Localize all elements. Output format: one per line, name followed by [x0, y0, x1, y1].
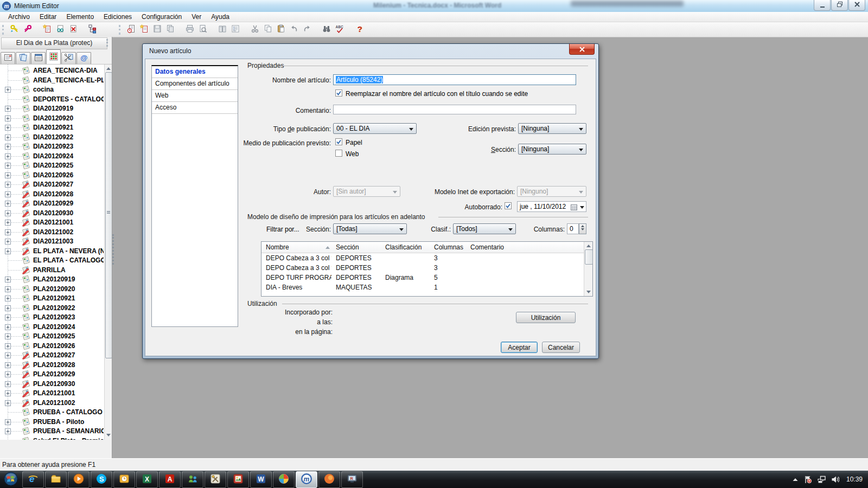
calendar-icon[interactable] — [571, 204, 577, 212]
tree-expand-icon[interactable] — [5, 305, 11, 313]
tree-expand-icon[interactable] — [5, 182, 11, 189]
tree-expand-icon[interactable] — [5, 314, 11, 322]
table-scroll-thumb[interactable] — [585, 249, 593, 265]
pages-stack-tab-tab[interactable] — [16, 52, 30, 64]
dialog-nav-datos-generales[interactable]: Datos generales — [152, 66, 238, 78]
taskbar-button-remote-desktop[interactable]: R — [341, 471, 363, 488]
menu-item-archivo[interactable]: Archivo — [3, 12, 35, 22]
tree-expand-icon[interactable] — [5, 286, 11, 294]
tree-vertical-scrollbar[interactable] — [104, 65, 112, 440]
tree-expand-icon[interactable] — [5, 333, 11, 341]
table-header-row[interactable]: NombreSecciónClasificaciónColumnasComent… — [261, 242, 584, 253]
doc-glasses-button[interactable] — [54, 23, 67, 36]
docs-copy-button[interactable] — [164, 23, 177, 36]
seccion-select[interactable]: [Ninguna] — [518, 144, 586, 155]
columnas-input[interactable]: 0 — [567, 223, 579, 234]
menu-item-configuraci-n[interactable]: Configuración — [137, 12, 187, 22]
chevron-down-icon[interactable] — [580, 206, 584, 209]
tree-expand-icon[interactable] — [5, 134, 11, 142]
copy-button[interactable] — [261, 23, 275, 36]
autoborrado-date-input[interactable]: jue , 11/10/2012 — [517, 201, 586, 212]
dialog-nav-web[interactable]: Web — [152, 90, 238, 102]
tree-expand-icon[interactable] — [5, 220, 11, 227]
doc-properties-button[interactable] — [125, 23, 138, 36]
panel-grip-icon[interactable] — [106, 39, 110, 47]
tree-item-dia20120926[interactable]: DIA20120926 — [0, 170, 112, 180]
taskbar-button-media-player[interactable] — [68, 471, 90, 488]
tree-item-dia20120928[interactable]: DIA20120928 — [0, 189, 112, 199]
tree-item-dia20120924[interactable]: DIA20120924 — [0, 151, 112, 161]
menu-item-editar[interactable]: Editar — [35, 12, 61, 22]
tree-expand-icon[interactable] — [5, 390, 11, 398]
tree-expand-icon[interactable] — [5, 362, 11, 370]
tree-item-pla20120929[interactable]: PLA20120929 — [0, 369, 112, 379]
list-view-button[interactable] — [229, 23, 242, 36]
tree-item-pla20120922[interactable]: PLA20120922 — [0, 303, 112, 313]
tree-item-dia20121001[interactable]: DIA20121001 — [0, 217, 112, 227]
tree-item-dia20120921[interactable]: DIA20120921 — [0, 123, 112, 132]
tree-item-pla20120927[interactable]: PLA20120927 — [0, 350, 112, 360]
menu-item-ayuda[interactable]: Ayuda — [206, 12, 234, 22]
menu-item-ediciones[interactable]: Ediciones — [99, 12, 137, 22]
tree-expand-icon[interactable] — [5, 428, 11, 436]
tree-item-el-plata-catalogo[interactable]: EL PLATA - CATALOGO — [0, 255, 112, 265]
tree-item-pla20120923[interactable]: PLA20120923 — [0, 312, 112, 322]
tree-item-dia20120927[interactable]: DIA20120927 — [0, 179, 112, 189]
tree-item-deportes-catalogo[interactable]: DEPORTES - CATALOGO — [0, 94, 112, 104]
spin-down-icon[interactable] — [581, 228, 584, 230]
scroll-down-icon[interactable] — [106, 434, 111, 436]
grid-tab-tab[interactable] — [46, 49, 61, 64]
table-list-tab-tab[interactable] — [31, 52, 46, 64]
taskbar-button-image-editor[interactable] — [227, 471, 249, 488]
table-header-columnas[interactable]: Columnas — [434, 243, 463, 251]
minimize-button[interactable] — [814, 0, 831, 11]
publication-header[interactable]: El Dia de La Plata (protec) — [1, 37, 107, 49]
window-titlebar[interactable]: m Milenium Editor Milenium - Tecnica.doc… — [0, 0, 868, 12]
tree-item-dia20120923[interactable]: DIA20120923 — [0, 142, 112, 151]
autoborrado-checkbox[interactable] — [505, 202, 512, 209]
at-web-tab-tab[interactable]: @ — [76, 52, 91, 64]
tree-item-prueba-piloto[interactable]: PRUEBA - Piloto — [0, 417, 112, 427]
aceptar-button[interactable]: Aceptar — [501, 342, 538, 353]
tree-item-pla20120924[interactable]: PLA20120924 — [0, 322, 112, 332]
taskbar-button-admin-tools[interactable] — [205, 471, 226, 488]
tree-item-prueba-semanarios[interactable]: PRUEBA - SEMANARIOS — [0, 426, 112, 436]
papel-checkbox[interactable] — [335, 138, 342, 145]
tree-expand-icon[interactable] — [5, 229, 11, 237]
taskbar-button-messenger[interactable] — [182, 471, 203, 488]
taskbar-button-firefox[interactable] — [318, 471, 340, 488]
tree-item-pla20120925[interactable]: PLA20120925 — [0, 331, 112, 341]
scroll-up-icon[interactable] — [586, 245, 591, 247]
tree-expand-icon[interactable] — [5, 324, 11, 332]
table-header-comentario[interactable]: Comentario — [470, 243, 504, 251]
volume-icon[interactable] — [831, 475, 839, 484]
news-doc-tab-tab[interactable] — [1, 52, 15, 64]
tree-item-area-tecnica-el-pla[interactable]: AREA_TECNICA-EL-PLA — [0, 75, 112, 85]
comentario-input[interactable] — [333, 105, 576, 114]
tree-expand-icon[interactable] — [5, 381, 11, 389]
tree-scroll-thumb[interactable] — [105, 72, 112, 358]
tree-item-dia20121003[interactable]: DIA20121003 — [0, 236, 112, 246]
spellcheck-button[interactable]: ABC — [333, 23, 346, 36]
tree-expand-icon[interactable] — [5, 163, 11, 170]
tree-expand-icon[interactable] — [5, 210, 11, 218]
reemplazar-checkbox[interactable] — [335, 89, 342, 97]
columnas-spinner[interactable] — [579, 223, 586, 234]
tree-item-dia20120919[interactable]: DIA20120919 — [0, 104, 112, 113]
paste-button[interactable] — [275, 23, 288, 36]
tipo-publicacion-select[interactable]: 00 - EL DIA — [333, 123, 417, 134]
redo-button[interactable] — [301, 23, 314, 36]
taskbar-button-office[interactable] — [273, 471, 295, 488]
book-button[interactable] — [216, 23, 229, 36]
tree-item-area-tecnica-dia[interactable]: AREA_TECNICA-DIA — [0, 66, 112, 75]
scroll-down-icon[interactable] — [586, 291, 591, 293]
menu-item-ver[interactable]: Ver — [187, 12, 206, 22]
tree-expand-icon[interactable] — [5, 296, 11, 303]
table-row[interactable]: DEPO TURF PROGRAMA 01DEPORTESDiagrama5 — [261, 273, 584, 282]
taskbar-button-explorer-folder[interactable] — [45, 471, 67, 488]
tree-expand-icon[interactable] — [5, 153, 11, 161]
table-row[interactable]: DEPO Cabeza a 3 col falsaDEPORTES3 — [261, 253, 584, 263]
tree-item-pla20121001[interactable]: PLA20121001 — [0, 388, 112, 398]
table-row[interactable]: DEPO Cabeza a 3 col falsa y cu...DEPORTE… — [261, 263, 584, 273]
tree-expand-icon[interactable] — [5, 419, 11, 427]
